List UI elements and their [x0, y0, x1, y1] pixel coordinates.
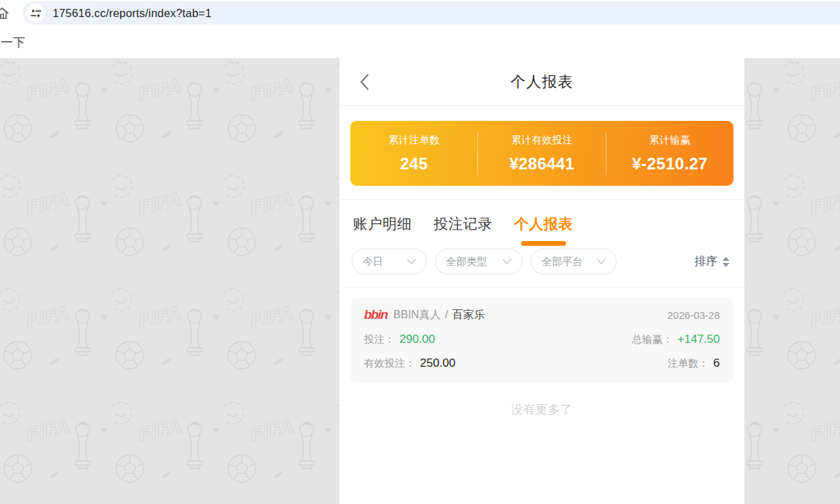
summary-card: 累计注单数 245 累计有效投注 ¥286441 累计输赢 ¥-2510.27 [350, 121, 733, 186]
summary-stat-orders: 累计注单数 245 [350, 134, 477, 173]
summary-stat-winloss: 累计输赢 ¥-2510.27 [606, 134, 733, 173]
tab-bet-records[interactable]: 投注记录 [434, 214, 492, 247]
type-filter-dropdown[interactable]: 全部类型 [435, 249, 522, 275]
back-button[interactable] [360, 74, 371, 90]
winloss-label: 总输赢： [632, 333, 673, 346]
platform-filter-dropdown[interactable]: 全部平台 [531, 249, 617, 275]
name-separator: / [445, 309, 447, 321]
winloss-value: +147.50 [677, 333, 720, 346]
stat-label: 累计输赢 [606, 134, 733, 147]
panel-header: 个人报表 [339, 58, 744, 106]
platform-filter-value: 全部平台 [542, 255, 583, 268]
tab-account-details[interactable]: 账户明细 [353, 214, 412, 247]
summary-section: 累计注单数 245 累计有效投注 ¥286441 累计输赢 ¥-2510.27 [339, 106, 744, 199]
sort-label: 排序 [695, 254, 717, 269]
chevron-down-icon [503, 259, 512, 264]
date-filter-dropdown[interactable]: 今日 [352, 249, 427, 275]
order-count-label: 注单数： [668, 357, 709, 370]
record-row-2: 有效投注： 250.00 注单数： 6 [364, 356, 720, 370]
stat-value: 245 [350, 154, 477, 173]
stat-value: ¥286441 [478, 154, 605, 173]
record-row-1: 投注： 290.00 总输赢： +147.50 [364, 333, 720, 346]
bookmark-item[interactable]: 一下 [1, 34, 25, 51]
bbin-logo: bbin [364, 307, 387, 322]
valid-bet-value: 250.00 [420, 356, 456, 370]
no-more-indicator: 没有更多了 [350, 383, 733, 436]
type-filter-value: 全部类型 [446, 255, 487, 268]
chevron-down-icon [597, 259, 606, 264]
stat-label: 累计注单数 [350, 134, 477, 147]
url-text[interactable]: 175616.cc/reports/index?tab=1 [53, 7, 212, 20]
site-settings-chip[interactable] [26, 3, 45, 23]
game-name: 百家乐 [452, 308, 485, 322]
date-filter-value: 今日 [363, 255, 383, 268]
provider-name: BBIN真人 [393, 308, 440, 322]
sort-descending-icon [723, 263, 729, 267]
stat-label: 累计有效投注 [478, 134, 605, 147]
record-date: 2026-03-28 [667, 309, 720, 321]
sort-arrows-icon [723, 257, 729, 267]
bet-label: 投注： [364, 333, 395, 346]
record-header: bbin BBIN真人 / 百家乐 2026-03-28 [364, 307, 720, 322]
tune-icon [31, 8, 41, 18]
sort-ascending-icon [723, 257, 729, 261]
report-panel: 个人报表 累计注单数 245 累计有效投注 ¥286441 累计输赢 ¥-251… [339, 58, 744, 504]
bet-amount-pair: 投注： 290.00 [364, 333, 435, 346]
chevron-down-icon [407, 259, 416, 264]
report-record-card[interactable]: bbin BBIN真人 / 百家乐 2026-03-28 投注： 290.00 … [350, 298, 733, 383]
valid-bet-label: 有效投注： [364, 357, 415, 370]
total-winloss-pair: 总输赢： +147.50 [632, 333, 720, 346]
valid-bet-pair: 有效投注： 250.00 [364, 356, 456, 370]
bet-value: 290.00 [400, 333, 435, 346]
summary-stat-valid-bets: 累计有效投注 ¥286441 [478, 134, 605, 173]
sort-control[interactable]: 排序 [695, 254, 729, 269]
home-icon[interactable] [0, 5, 10, 25]
page-title: 个人报表 [511, 72, 574, 92]
order-count-value: 6 [714, 356, 720, 370]
page-content: FIFA 个人报表 [0, 58, 840, 504]
address-bar[interactable]: 175616.cc/reports/index?tab=1 [23, 1, 840, 25]
browser-toolbar: 175616.cc/reports/index?tab=1 一下 [0, 0, 840, 58]
report-list: bbin BBIN真人 / 百家乐 2026-03-28 投注： 290.00 … [339, 287, 744, 504]
order-count-pair: 注单数： 6 [668, 356, 720, 370]
tab-personal-report[interactable]: 个人报表 [514, 214, 573, 247]
tabs-bar: 账户明细 投注记录 个人报表 [339, 200, 744, 247]
stat-value: ¥-2510.27 [606, 154, 733, 173]
filters-bar: 今日 全部类型 全部平台 排序 [339, 247, 744, 287]
chevron-left-icon [360, 74, 369, 90]
